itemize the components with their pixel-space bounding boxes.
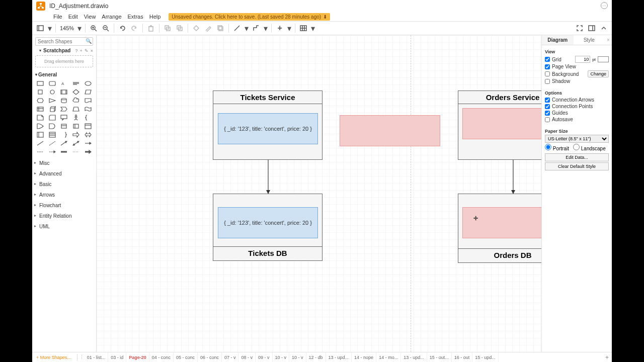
shape-hcontainer[interactable] [35, 131, 46, 138]
page-tab[interactable]: 10 - v [289, 352, 306, 363]
canvas-area[interactable]: Tickets Service { _id: '123', title: 'co… [97, 35, 541, 352]
share-icon[interactable]: ⋯ [601, 2, 608, 9]
undo-icon[interactable] [117, 23, 127, 33]
orders-db-inner[interactable] [462, 207, 541, 238]
ticket-json-2[interactable]: { _id: '123', title: 'concert', price: 2… [218, 207, 318, 238]
connection-icon[interactable] [232, 23, 242, 33]
shape-hexagon[interactable] [35, 97, 46, 104]
help-icon[interactable]: ? [75, 48, 77, 53]
unsaved-banner[interactable]: Unsaved changes. Click here to save. (La… [169, 13, 330, 21]
conn-dropdown[interactable]: ▾ [244, 23, 249, 33]
shape-trapezoid[interactable] [71, 106, 82, 113]
shape-diamond[interactable] [71, 88, 82, 96]
clear-style-button[interactable]: Clear Default Style [545, 162, 609, 170]
page-tab[interactable]: 14 - nope [352, 352, 376, 363]
guides-checkbox[interactable] [545, 111, 550, 116]
table-dropdown[interactable]: ▾ [310, 23, 315, 33]
shape-thickarr[interactable] [83, 148, 93, 155]
shape-biarrow[interactable] [83, 131, 93, 138]
shape-line2[interactable] [47, 140, 58, 147]
cat-misc[interactable]: Misc [32, 158, 96, 168]
scratchpad-header[interactable]: ▾ Scratchpad ? + ✎ × [32, 48, 96, 54]
pageview-checkbox[interactable] [545, 64, 550, 69]
orders-service-inner[interactable] [462, 108, 541, 139]
page-tab[interactable]: 09 - v [256, 352, 273, 363]
shape-process[interactable] [59, 88, 69, 96]
shadow-icon[interactable] [215, 23, 225, 33]
zoom-level[interactable]: 145% [59, 25, 75, 31]
shape-list[interactable] [47, 131, 58, 138]
menu-view[interactable]: View [84, 14, 96, 20]
add-icon[interactable]: + [275, 23, 285, 33]
portrait-radio[interactable]: Portrait [545, 144, 569, 151]
shape-cloud[interactable] [71, 97, 82, 104]
page-tab[interactable]: 12 - db [306, 352, 326, 363]
shape-or[interactable] [35, 123, 46, 130]
page-tab[interactable]: 07 - v [222, 352, 239, 363]
shape-step[interactable] [59, 106, 69, 113]
page-menu-icon[interactable]: ⋮ [79, 355, 85, 360]
section-general[interactable]: ▾General [32, 70, 96, 79]
page-tab[interactable]: 13 - upd... [401, 352, 427, 363]
tab-diagram[interactable]: Diagram [542, 35, 574, 45]
autosave-checkbox[interactable] [545, 117, 550, 122]
shape-square[interactable] [35, 88, 46, 96]
shape-document[interactable] [83, 97, 93, 104]
shape-cylinder[interactable] [59, 97, 69, 104]
add-dropdown[interactable]: ▾ [287, 23, 292, 33]
shape-actor[interactable] [71, 114, 82, 121]
page-tab[interactable]: 04 - conc [149, 352, 174, 363]
shape-xor[interactable] [71, 123, 82, 130]
format-panel-icon[interactable] [587, 23, 597, 33]
page-tab[interactable]: 08 - v [238, 352, 256, 363]
grid-size-input[interactable] [575, 56, 590, 63]
grid-color-swatch[interactable] [598, 56, 609, 62]
page-tab[interactable]: 14 - mo... [376, 352, 401, 363]
pink-box-middle[interactable] [340, 115, 440, 146]
scratchpad-drop[interactable]: Drag elements here [35, 55, 93, 67]
page-tab[interactable]: 01 - list... [85, 352, 109, 363]
edit-data-button[interactable]: Edit Data... [545, 153, 609, 161]
delete-icon[interactable] [146, 23, 156, 33]
close-scratch-icon[interactable]: × [91, 48, 93, 53]
ticket-json-1[interactable]: { _id: '123', title: 'concert', price: 2… [218, 113, 318, 144]
cat-entity[interactable]: Entity Relation [32, 211, 96, 221]
menu-edit[interactable]: Edit [68, 14, 78, 20]
filename[interactable]: ID_Adjustment.drawio [49, 3, 108, 10]
conn-arrows-checkbox[interactable] [545, 98, 550, 103]
shape-line5[interactable] [83, 140, 93, 147]
page-tab[interactable]: Page-20 [126, 352, 149, 363]
table-icon[interactable] [298, 23, 308, 33]
shape-note[interactable] [35, 114, 46, 121]
page-tab[interactable]: 05 - conc [174, 352, 198, 363]
search-input[interactable] [35, 37, 93, 46]
page-tab[interactable]: 16 - out [452, 352, 473, 363]
zoom-dropdown-icon[interactable]: ▾ [77, 23, 82, 33]
shape-card[interactable] [47, 114, 58, 121]
view-mode-button[interactable] [35, 23, 45, 33]
menu-arrange[interactable]: Arrange [102, 14, 121, 20]
shape-line3[interactable] [59, 140, 69, 147]
cat-basic[interactable]: Basic [32, 179, 96, 190]
shadow-checkbox[interactable] [545, 79, 550, 84]
cat-uml[interactable]: UML [32, 221, 96, 232]
tab-style[interactable]: Style [574, 35, 605, 45]
shape-ellipse[interactable] [83, 80, 93, 87]
shape-text[interactable]: A [59, 80, 69, 87]
cat-flowchart[interactable]: Flowchart [32, 200, 96, 211]
shape-thickline[interactable] [59, 148, 69, 155]
zoom-out-icon[interactable] [101, 23, 111, 33]
redo-icon[interactable] [129, 23, 139, 33]
page-tab[interactable]: 06 - conc [198, 352, 222, 363]
shape-curlyenum[interactable] [83, 114, 93, 121]
shape-triangle[interactable] [47, 97, 58, 104]
wp-dropdown[interactable]: ▾ [263, 23, 268, 33]
shape-line1[interactable] [35, 140, 46, 147]
shape-textbox[interactable] [71, 80, 82, 87]
shape-curly[interactable] [59, 131, 69, 138]
shape-circle[interactable] [47, 88, 58, 96]
grid-checkbox[interactable] [545, 57, 550, 62]
page-tab[interactable]: 15 - out... [427, 352, 452, 363]
change-button[interactable]: Change [588, 70, 609, 77]
to-front-icon[interactable] [163, 23, 173, 33]
